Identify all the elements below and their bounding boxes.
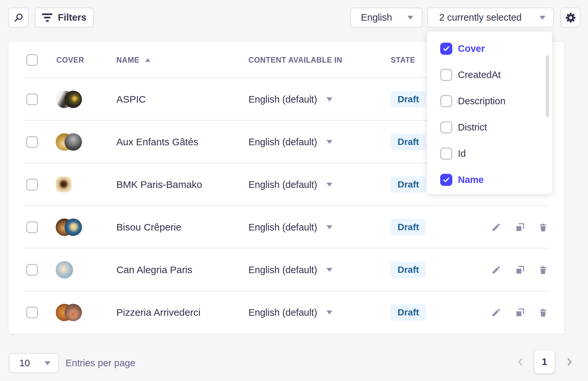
row-checkbox[interactable] [26, 93, 38, 105]
pencil-icon [491, 265, 501, 275]
row-name: ASPIC [116, 78, 146, 121]
delete-button[interactable] [539, 265, 548, 274]
dropdown-scrollbar[interactable] [546, 55, 549, 117]
row-actions [491, 265, 548, 275]
duplicate-button[interactable] [515, 307, 525, 318]
filters-button-label: Filters [58, 12, 86, 23]
row-language-select[interactable]: English (default) [248, 121, 332, 163]
cover-avatar [56, 219, 82, 236]
status-badge: Draft [391, 91, 426, 108]
cover-avatar [56, 176, 82, 193]
column-option-checkbox[interactable] [440, 148, 452, 160]
row-language-value: English (default) [248, 137, 317, 148]
column-header-cover[interactable]: COVER [56, 56, 84, 65]
locale-select[interactable]: English [350, 8, 422, 28]
row-checkbox[interactable] [26, 307, 38, 318]
column-option[interactable]: District [427, 114, 552, 140]
columns-dropdown-options: Cover CreatedAt Description District Id … [427, 35, 552, 193]
column-option-checkbox[interactable] [440, 121, 452, 133]
column-option[interactable]: Cover [427, 35, 552, 62]
column-option-checkbox[interactable] [440, 69, 452, 81]
cover-image [65, 133, 82, 151]
chevron-down-icon [326, 311, 332, 314]
duplicate-button[interactable] [515, 265, 525, 275]
locale-select-value: English [361, 12, 392, 23]
column-option-label: Name [458, 174, 484, 185]
row-name: Bisou Crêperie [116, 206, 181, 249]
status-badge: Draft [391, 176, 426, 193]
column-option[interactable]: Description [427, 88, 552, 114]
previous-page-button[interactable] [517, 357, 524, 367]
cover-avatar [56, 133, 82, 151]
column-header-name[interactable]: NAME [116, 56, 150, 65]
search-button[interactable] [8, 8, 29, 28]
duplicate-icon [515, 265, 525, 275]
row-checkbox[interactable] [26, 264, 38, 276]
delete-button[interactable] [539, 223, 548, 232]
column-option[interactable]: Name [427, 167, 552, 193]
row-checkbox[interactable] [26, 136, 38, 148]
column-option-checkbox[interactable] [440, 95, 452, 107]
cover-avatar [56, 261, 82, 279]
column-header-state[interactable]: STATE [391, 56, 415, 65]
chevron-down-icon [326, 183, 332, 187]
cover-image [65, 304, 82, 321]
next-page-button[interactable] [566, 357, 573, 367]
status-badge: Draft [391, 134, 426, 150]
page-size-select[interactable]: 10 [9, 353, 59, 373]
row-language-value: English (default) [248, 307, 317, 318]
check-icon [442, 45, 450, 52]
trash-icon [539, 308, 548, 317]
status-badge: Draft [391, 219, 426, 235]
column-header-content-available-in[interactable]: CONTENT AVAILABLE IN [248, 56, 342, 65]
chevron-left-icon [517, 357, 524, 367]
row-language-value: English (default) [248, 94, 317, 105]
row-actions [491, 307, 548, 318]
row-language-select[interactable]: English (default) [248, 206, 332, 249]
chevron-down-icon [326, 97, 332, 101]
row-language-value: English (default) [248, 222, 317, 233]
column-option-checkbox[interactable] [440, 43, 452, 55]
select-all-checkbox[interactable] [26, 54, 38, 66]
sort-ascending-icon [145, 58, 150, 62]
row-checkbox[interactable] [26, 221, 38, 233]
chevron-down-icon [45, 361, 50, 365]
pencil-icon [491, 222, 501, 232]
columns-select[interactable]: 2 currently selected [427, 8, 554, 28]
row-name: Pizzeria Arrivederci [116, 291, 201, 334]
edit-button[interactable] [491, 308, 501, 317]
column-option[interactable]: Id [427, 140, 552, 167]
filters-button[interactable]: Filters [35, 8, 94, 28]
settings-button[interactable] [560, 8, 580, 28]
column-option-label: CreatedAt [458, 70, 501, 80]
edit-button[interactable] [491, 265, 501, 275]
pencil-icon [491, 308, 501, 317]
column-option-checkbox[interactable] [440, 174, 452, 186]
row-checkbox[interactable] [26, 179, 38, 190]
chevron-down-icon [326, 225, 332, 229]
delete-button[interactable] [539, 308, 548, 317]
row-language-select[interactable]: English (default) [248, 249, 332, 291]
page-1-button[interactable]: 1 [534, 350, 555, 373]
chevron-down-icon [407, 16, 413, 20]
table-row: Bisou Crêperie English (default) Draft [9, 206, 564, 249]
table-row: Can Alegria Paris English (default) Draf… [9, 249, 564, 291]
status-badge: Draft [391, 262, 426, 278]
cover-image [65, 219, 82, 236]
column-option-label: Cover [458, 43, 485, 54]
row-language-select[interactable]: English (default) [248, 291, 332, 334]
edit-button[interactable] [491, 222, 501, 232]
trash-icon [539, 223, 548, 232]
column-option[interactable]: CreatedAt [427, 62, 552, 88]
cover-image [65, 91, 82, 108]
row-language-select[interactable]: English (default) [248, 163, 332, 206]
cover-avatar [56, 304, 82, 321]
filter-icon [42, 13, 52, 22]
duplicate-button[interactable] [515, 222, 525, 232]
page-size-value: 10 [19, 358, 30, 369]
row-language-select[interactable]: English (default) [248, 78, 332, 121]
gear-icon [565, 12, 577, 24]
chevron-down-icon [326, 140, 332, 144]
chevron-down-icon [539, 16, 545, 20]
column-option-label: Id [458, 148, 466, 159]
